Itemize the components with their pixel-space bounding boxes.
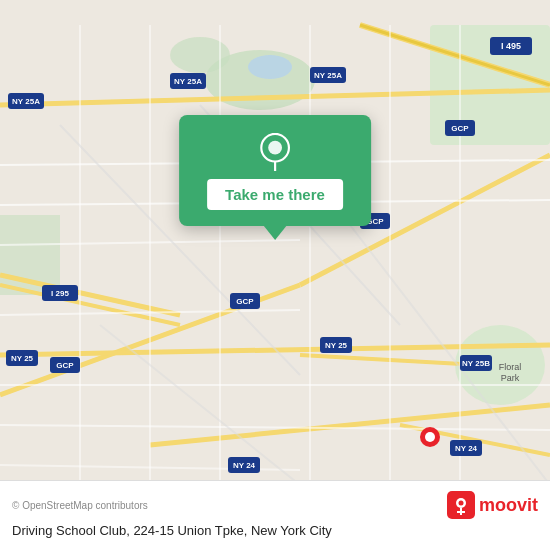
svg-text:NY 25: NY 25 <box>325 341 348 350</box>
info-bar: © OpenStreetMap contributors moovit Driv… <box>0 480 550 550</box>
moovit-label: moovit <box>479 495 538 516</box>
svg-text:NY 25A: NY 25A <box>314 71 342 80</box>
moovit-icon <box>447 491 475 519</box>
svg-text:I 495: I 495 <box>501 41 521 51</box>
map-container: I 495 NY 25A NY 25A NY 25A GCP GCP GCP G… <box>0 0 550 550</box>
svg-text:NY 25A: NY 25A <box>174 77 202 86</box>
popup-card: Take me there <box>179 115 371 226</box>
svg-text:NY 24: NY 24 <box>455 444 478 453</box>
take-me-there-button[interactable]: Take me there <box>207 179 343 210</box>
svg-text:NY 25B: NY 25B <box>462 359 490 368</box>
moovit-logo: moovit <box>447 491 538 519</box>
popup-tail <box>263 225 287 240</box>
svg-point-6 <box>248 55 292 79</box>
svg-text:GCP: GCP <box>451 124 469 133</box>
info-bar-top: © OpenStreetMap contributors moovit <box>12 491 538 519</box>
svg-text:NY 25A: NY 25A <box>12 97 40 106</box>
svg-text:NY 25: NY 25 <box>11 354 34 363</box>
svg-text:I 295: I 295 <box>51 289 69 298</box>
svg-point-68 <box>268 141 282 155</box>
svg-text:NY 24: NY 24 <box>233 461 256 470</box>
svg-text:Park: Park <box>501 373 520 383</box>
svg-point-66 <box>425 432 435 442</box>
svg-text:Floral: Floral <box>499 362 522 372</box>
address-text: Driving School Club, 224-15 Union Tpke, … <box>12 523 538 538</box>
svg-point-72 <box>458 501 463 506</box>
location-pin-icon <box>256 133 294 171</box>
svg-text:GCP: GCP <box>236 297 254 306</box>
svg-text:GCP: GCP <box>56 361 74 370</box>
map-svg: I 495 NY 25A NY 25A NY 25A GCP GCP GCP G… <box>0 0 550 550</box>
copyright-text: © OpenStreetMap contributors <box>12 500 148 511</box>
